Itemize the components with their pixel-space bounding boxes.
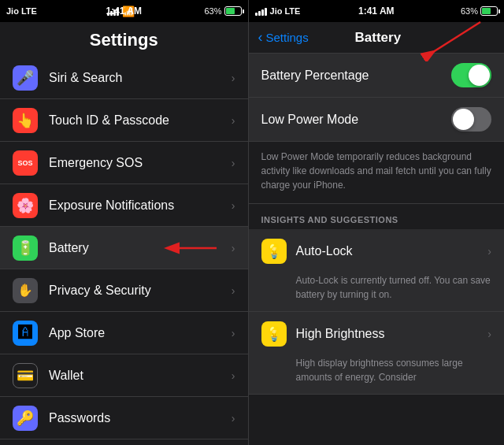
siri-icon: 🎤 xyxy=(13,65,38,91)
passwords-chevron: › xyxy=(232,412,235,425)
battery-percentage-toggle[interactable] xyxy=(451,63,491,87)
insight-brightness[interactable]: 💡 High Brightness › High display brightn… xyxy=(249,312,504,395)
battery-percentage-label: Battery Percentage xyxy=(261,69,452,83)
appstore-chevron: › xyxy=(232,327,235,339)
brightness-desc: High display brightness consumes large a… xyxy=(249,356,504,394)
passwords-label: Passwords xyxy=(49,411,232,425)
low-power-description: Low Power Mode temporarily reduces backg… xyxy=(249,142,504,204)
brightness-bulb-icon: 💡 xyxy=(261,321,287,347)
touchid-icon: 👆 xyxy=(13,108,38,133)
left-battery: 63% xyxy=(204,6,241,16)
privacy-label: Privacy & Security xyxy=(49,284,232,298)
touchid-label: Touch ID & Passcode xyxy=(49,113,232,128)
siri-chevron: › xyxy=(232,72,235,84)
settings-item-siri[interactable]: 🎤 Siri & Search › xyxy=(0,57,248,99)
privacy-icon: ✋ xyxy=(13,278,38,303)
autolock-chevron: › xyxy=(487,245,491,258)
autolock-desc: Auto-Lock is currently turned off. You c… xyxy=(249,273,504,311)
brightness-chevron: › xyxy=(487,328,491,340)
low-power-mode-row[interactable]: Low Power Mode xyxy=(249,98,504,142)
left-carrier: Jio LTE xyxy=(6,6,37,16)
sos-icon: SOS xyxy=(13,150,38,176)
passwords-icon: 🔑 xyxy=(13,406,38,431)
exposure-icon: 🌸 xyxy=(13,193,38,218)
appstore-icon: 🅰 xyxy=(13,321,38,346)
settings-item-appstore[interactable]: 🅰 App Store › xyxy=(0,312,248,354)
settings-item-sos[interactable]: SOS Emergency SOS › xyxy=(0,142,248,184)
back-label: Settings xyxy=(266,31,309,44)
settings-item-battery[interactable]: 🔋 Battery › xyxy=(0,227,248,269)
exposure-label: Exposure Notifications xyxy=(49,198,232,213)
privacy-chevron: › xyxy=(232,284,235,297)
sos-label: Emergency SOS xyxy=(49,156,232,170)
insight-autolock[interactable]: 💡 Auto-Lock › Auto-Lock is currently tur… xyxy=(249,229,504,312)
right-content: Battery Percentage Low Power Mode Low Po… xyxy=(249,54,504,445)
right-battery-arrow xyxy=(417,14,488,61)
toggle-knob xyxy=(469,65,490,86)
left-panel: Jio LTE 📶 1:41 AM 63% Settings 🎤 Siri xyxy=(0,0,248,445)
right-panel: Jio LTE 1:41 AM 63% ‹ Settings Battery xyxy=(249,0,504,445)
low-power-label: Low Power Mode xyxy=(261,113,452,127)
insights-section-header: INSIGHTS AND SUGGESTIONS xyxy=(249,204,504,229)
svg-line-1 xyxy=(433,22,480,52)
appstore-label: App Store xyxy=(49,326,232,340)
settings-item-wallet[interactable]: 💳 Wallet › xyxy=(0,354,248,397)
autolock-label: Auto-Lock xyxy=(296,244,485,258)
left-battery-arrow xyxy=(161,236,224,260)
settings-item-passwords[interactable]: 🔑 Passwords › xyxy=(0,397,248,439)
battery-icon: 🔋 xyxy=(13,235,38,261)
wallet-chevron: › xyxy=(232,369,235,382)
autolock-bulb-icon: 💡 xyxy=(261,239,287,264)
settings-title: Settings xyxy=(13,30,235,50)
siri-label: Siri & Search xyxy=(49,71,232,85)
brightness-label: High Brightness xyxy=(296,327,485,341)
exposure-chevron: › xyxy=(232,199,235,212)
wallet-icon: 💳 xyxy=(13,363,38,388)
settings-item-privacy[interactable]: ✋ Privacy & Security › xyxy=(0,269,248,312)
settings-item-touchid[interactable]: 👆 Touch ID & Passcode › xyxy=(0,99,248,142)
settings-item-exposure[interactable]: 🌸 Exposure Notifications › xyxy=(0,184,248,227)
battery-chevron: › xyxy=(232,242,235,254)
sos-chevron: › xyxy=(232,157,235,169)
right-time: 1:41 AM xyxy=(358,6,395,17)
back-chevron-icon: ‹ xyxy=(258,29,263,46)
left-time: 1:41 AM xyxy=(106,6,142,17)
settings-header: Settings xyxy=(0,22,248,57)
wallet-label: Wallet xyxy=(49,369,232,383)
toggle-knob-lpm xyxy=(453,109,474,130)
touchid-chevron: › xyxy=(232,114,235,127)
settings-list: 🎤 Siri & Search › 👆 Touch ID & Passcode … xyxy=(0,57,248,445)
back-button[interactable]: ‹ Settings xyxy=(258,29,309,46)
low-power-toggle[interactable] xyxy=(451,107,491,132)
status-bar-left: Jio LTE 📶 1:41 AM 63% xyxy=(0,0,248,22)
